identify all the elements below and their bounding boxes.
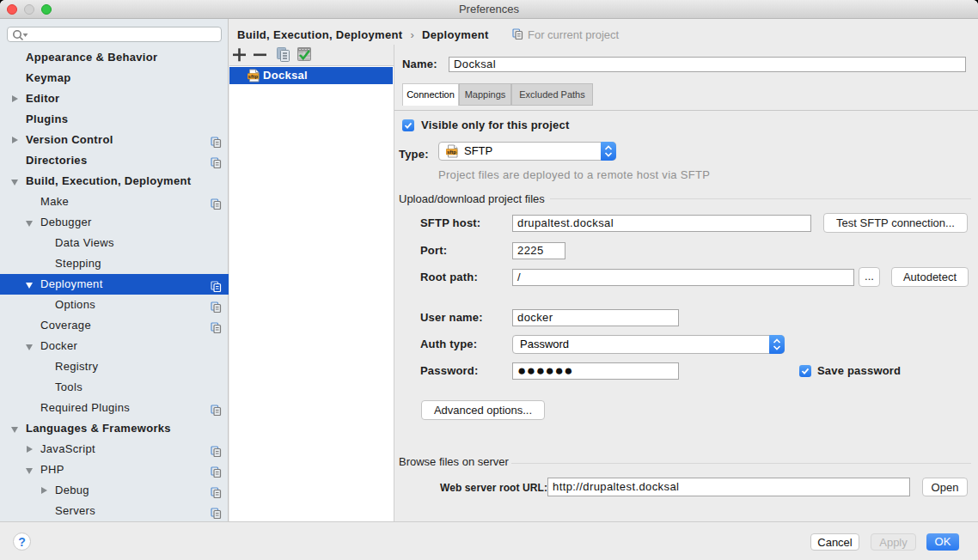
svg-text:sftp: sftp bbox=[447, 149, 456, 155]
svg-text:sftp: sftp bbox=[248, 74, 258, 79]
